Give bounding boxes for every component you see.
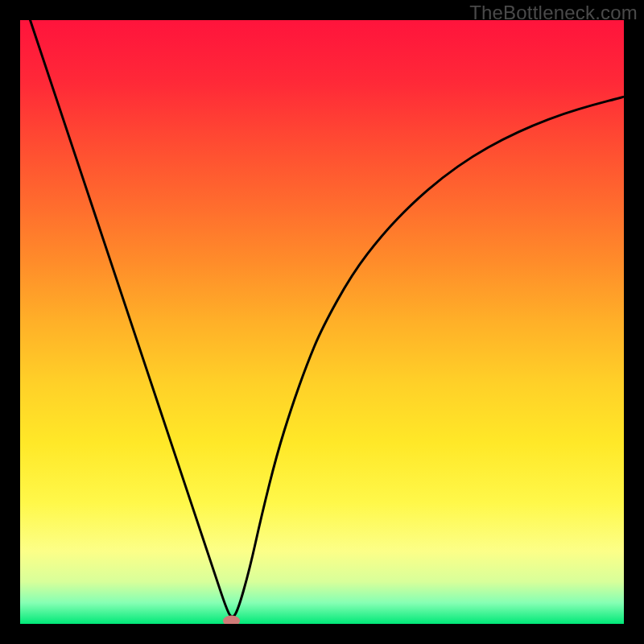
plot-outer (20, 20, 624, 624)
plot-svg (20, 20, 624, 624)
plot-background (20, 20, 624, 624)
chart-frame: TheBottleneck.com (0, 0, 644, 644)
watermark-text: TheBottleneck.com (469, 2, 638, 24)
